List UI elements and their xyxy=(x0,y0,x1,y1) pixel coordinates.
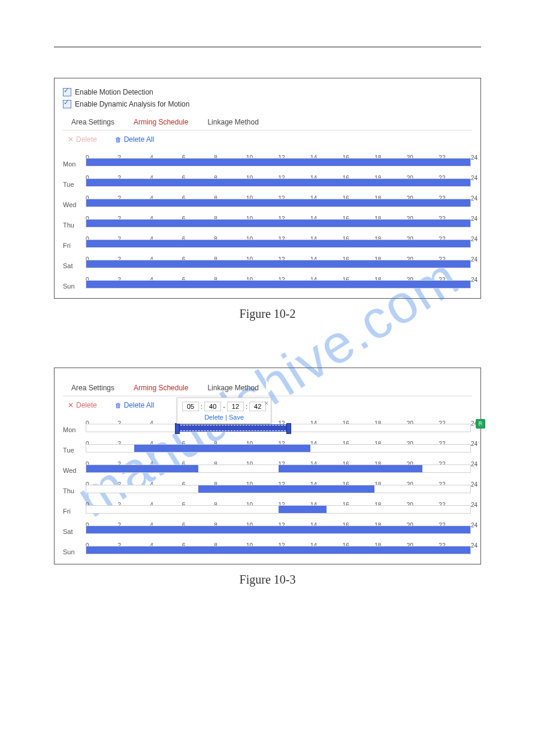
delete-button[interactable]: Delete xyxy=(68,135,97,144)
timeline-track[interactable] xyxy=(86,280,471,289)
timeline-row[interactable]: 024681012141618202224 xyxy=(84,535,472,555)
enable-motion-label: Enable Motion Detection xyxy=(75,88,153,96)
arming-schedule-edit-panel: Area Settings Arming Schedule Linkage Me… xyxy=(54,368,481,564)
tab-linkage-method[interactable]: Linkage Method xyxy=(199,380,269,396)
day-label: Thu xyxy=(63,474,84,494)
timeline-track[interactable] xyxy=(86,546,471,554)
schedule-bar[interactable] xyxy=(198,485,374,493)
timeline-track[interactable] xyxy=(86,158,471,166)
schedule-grid-fig1: Mon024681012141618202224Tue0246810121416… xyxy=(63,147,472,290)
copy-schedule-icon[interactable]: ⎘ xyxy=(476,419,485,429)
enable-dynamic-label: Enable Dynamic Analysis for Motion xyxy=(75,100,189,108)
enable-motion-row: Enable Motion Detection xyxy=(63,88,472,96)
day-label: Wed xyxy=(63,188,84,208)
day-label: Mon xyxy=(63,147,84,168)
timeline-track[interactable] xyxy=(86,239,471,248)
timeline-row[interactable]: 024681012141618202224 xyxy=(84,208,472,229)
schedule-bar[interactable] xyxy=(86,199,470,207)
day-label: Tue xyxy=(63,433,84,454)
timeline-track[interactable] xyxy=(86,260,471,268)
schedule-bar[interactable] xyxy=(86,465,198,472)
tab-bar: Area Settings Arming Schedule Linkage Me… xyxy=(63,380,472,396)
time-colon: : xyxy=(246,403,247,410)
schedule-bar[interactable] xyxy=(279,506,327,513)
timeline-track[interactable] xyxy=(86,505,471,514)
figure-caption-2: Figure 10-3 xyxy=(54,573,481,587)
tab-area-settings[interactable]: Area Settings xyxy=(63,114,125,130)
schedule-bar[interactable] xyxy=(86,159,470,166)
enable-dynamic-row: Enable Dynamic Analysis for Motion xyxy=(63,100,472,108)
action-row: Delete Delete All × : - : Delete | Save xyxy=(63,401,472,409)
day-label: Sat xyxy=(63,249,84,269)
schedule-bar[interactable] xyxy=(134,445,310,452)
timeline-row[interactable]: 024681012141618202224 xyxy=(84,433,472,454)
timeline-row[interactable]: 024681012141618202224 xyxy=(84,269,472,290)
timeline-row[interactable]: 024681012141618202224 xyxy=(84,229,472,249)
timeline-track[interactable] xyxy=(86,526,471,534)
figure-caption-1: Figure 10-2 xyxy=(54,307,481,321)
day-label: Fri xyxy=(63,494,84,515)
tab-arming-schedule[interactable]: Arming Schedule xyxy=(125,114,199,130)
timeline-track[interactable] xyxy=(86,219,471,227)
time-range-popup: × : - : Delete | Save xyxy=(177,397,271,424)
day-label: Sat xyxy=(63,515,84,535)
end-hour-input[interactable] xyxy=(227,402,244,411)
timeline-track[interactable] xyxy=(86,485,471,493)
enable-dynamic-checkbox[interactable] xyxy=(63,100,71,108)
popup-save-button[interactable]: Save xyxy=(229,414,244,421)
tab-bar: Area Settings Arming Schedule Linkage Me… xyxy=(63,114,472,130)
timeline-row[interactable]: 024681012141618202224 xyxy=(84,515,472,535)
popup-separator: | xyxy=(225,414,227,421)
start-hour-input[interactable] xyxy=(182,402,199,411)
timeline-row[interactable]: 024681012141618202224 xyxy=(84,147,472,168)
time-colon: : xyxy=(201,403,202,410)
delete-all-button[interactable]: Delete All xyxy=(115,135,155,144)
schedule-bar[interactable] xyxy=(86,546,470,554)
resize-handle-left[interactable] xyxy=(175,423,180,434)
timeline-track[interactable] xyxy=(86,444,471,453)
timeline-track[interactable] xyxy=(86,199,471,207)
delete-all-button[interactable]: Delete All xyxy=(115,401,155,409)
tab-area-settings[interactable]: Area Settings xyxy=(63,380,125,396)
schedule-bar[interactable] xyxy=(86,526,470,533)
day-label: Sun xyxy=(63,535,84,555)
time-dash: - xyxy=(223,403,225,410)
end-min-input[interactable] xyxy=(249,402,266,411)
schedule-bar[interactable] xyxy=(86,220,470,227)
schedule-bar[interactable] xyxy=(86,179,470,186)
enable-motion-checkbox[interactable] xyxy=(63,88,71,96)
schedule-bar[interactable] xyxy=(86,281,470,288)
timeline-row[interactable]: 024681012141618202224 xyxy=(84,188,472,208)
day-label: Thu xyxy=(63,208,84,229)
day-label: Tue xyxy=(63,168,84,188)
timeline-row[interactable]: 024681012141618202224 xyxy=(84,474,472,494)
timeline-row[interactable]: 024681012141618202224 xyxy=(84,454,472,474)
timeline-track[interactable] xyxy=(86,424,471,432)
timeline-row[interactable]: 024681012141618202224 xyxy=(84,249,472,269)
day-label: Sun xyxy=(63,269,84,290)
schedule-bar[interactable] xyxy=(177,424,289,432)
day-label: Wed xyxy=(63,454,84,474)
schedule-bar[interactable] xyxy=(86,240,470,247)
tab-linkage-method[interactable]: Linkage Method xyxy=(199,114,269,130)
tab-arming-schedule[interactable]: Arming Schedule xyxy=(125,380,199,396)
schedule-grid-fig2: Mon024681012141618202224⎘Tue024681012141… xyxy=(63,413,472,555)
day-label: Mon xyxy=(63,413,84,433)
action-row: Delete Delete All xyxy=(63,135,472,144)
motion-detection-panel: Enable Motion Detection Enable Dynamic A… xyxy=(54,78,481,299)
horizontal-rule xyxy=(54,47,481,47)
close-icon[interactable]: × xyxy=(264,399,268,408)
day-label: Fri xyxy=(63,229,84,249)
start-min-input[interactable] xyxy=(204,402,221,411)
timeline-track[interactable] xyxy=(86,464,471,473)
popup-delete-button[interactable]: Delete xyxy=(204,414,223,421)
timeline-row[interactable]: 024681012141618202224 xyxy=(84,494,472,515)
resize-handle-right[interactable] xyxy=(286,423,291,434)
timeline-track[interactable] xyxy=(86,178,471,187)
schedule-bar[interactable] xyxy=(86,260,470,268)
manual-page: manualshive.com Enable Motion Detection … xyxy=(0,0,535,756)
timeline-row[interactable]: 024681012141618202224⎘ xyxy=(84,413,472,433)
timeline-row[interactable]: 024681012141618202224 xyxy=(84,168,472,188)
schedule-bar[interactable] xyxy=(279,465,422,472)
delete-button[interactable]: Delete xyxy=(68,401,97,409)
